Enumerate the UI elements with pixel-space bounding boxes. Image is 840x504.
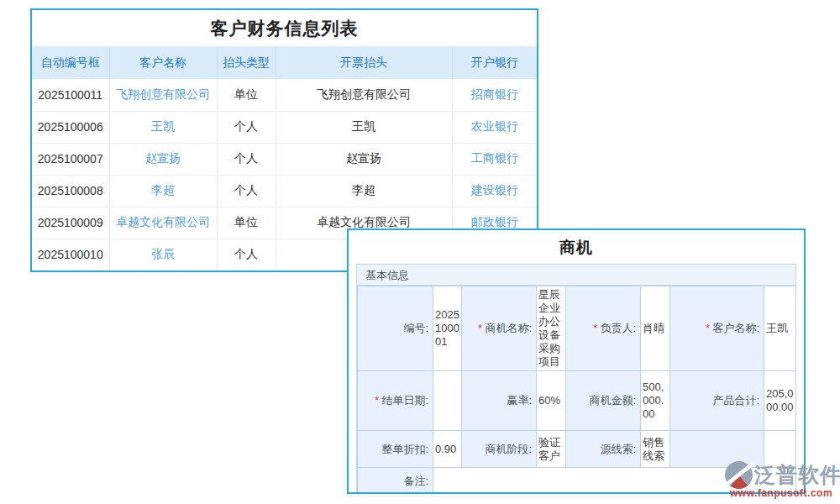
form-value-cell: 验证客户: [537, 431, 566, 468]
table-cell: 个人: [217, 111, 276, 143]
table-cell: 2025100006: [32, 111, 109, 143]
form-label-cell: 产品合计:: [670, 371, 764, 431]
customer-name-link[interactable]: 王凯: [109, 111, 217, 143]
form-row: * 结单日期:赢率:60%商机金额:500,000.00产品合计:205,000…: [358, 371, 796, 431]
form-label-cell: 商机金额:: [566, 371, 641, 431]
customer-name-link[interactable]: 赵宣扬: [109, 143, 217, 175]
table-cell: 王凯: [276, 111, 452, 143]
table-cell: 李超: [276, 175, 452, 207]
form-label-cell: * 负责人:: [566, 286, 641, 371]
table-row: 2025100007赵宣扬个人赵宣扬工商银行: [32, 143, 537, 175]
list-title: 客户财务信息列表: [32, 10, 537, 47]
desktop: 客户财务信息列表 自动编号框 客户名称 抬头类型 开票抬头 开户银行 20251…: [0, 0, 840, 504]
form-value-cell: 销售线索: [641, 431, 670, 468]
vendor-name: 泛普软件: [754, 461, 840, 489]
col-header-customer-name: 客户名称: [109, 47, 217, 79]
form-label-cell: 赢率:: [462, 371, 537, 431]
form-label-cell: * 客户名称:: [670, 286, 764, 371]
form-label-cell: * 结单日期:: [358, 371, 433, 431]
required-asterisk: *: [706, 323, 712, 334]
table-cell: 2025100011: [32, 79, 109, 111]
customer-name-link[interactable]: 李超: [109, 175, 217, 207]
col-header-bank: 开户银行: [452, 47, 537, 79]
col-header-invoice-title: 开票抬头: [276, 47, 452, 79]
table-cell: 个人: [217, 143, 276, 175]
form-row: 编号:2025100001* 商机名称:星辰企业办公设备采购项目* 负责人:肖晴…: [358, 286, 796, 371]
table-cell: 2025100007: [32, 143, 109, 175]
basic-info-box: 基本信息 编号:2025100001* 商机名称:星辰企业办公设备采购项目* 负…: [356, 264, 796, 494]
vendor-url: www.fanpusoft.com: [730, 487, 840, 499]
table-cell: 2025100008: [32, 175, 109, 207]
table-cell: 2025100010: [32, 239, 109, 270]
bank-link[interactable]: 工商银行: [452, 143, 537, 175]
form-label-cell: 编号:: [358, 286, 433, 371]
opportunity-window: 商机 基本信息 编号:2025100001* 商机名称:星辰企业办公设备采购项目…: [347, 228, 806, 494]
form-value-cell: 205,000.00: [764, 371, 796, 431]
form-value-cell: 肖晴: [641, 286, 670, 371]
col-header-title-type: 抬头类型: [217, 47, 276, 79]
customer-name-link[interactable]: 张辰: [109, 239, 217, 270]
table-cell: 个人: [217, 239, 276, 270]
table-row: 2025100008李超个人李超建设银行: [32, 175, 537, 207]
required-asterisk: *: [478, 323, 485, 334]
required-asterisk: *: [375, 395, 381, 407]
form-label-cell: * 商机名称:: [462, 286, 537, 371]
form-value-cell: 500,000.00: [641, 371, 670, 431]
table-cell: 2025100009: [32, 207, 109, 239]
form-label-cell: 商机阶段:: [462, 431, 537, 468]
table-cell: 单位: [217, 79, 276, 111]
form-value-cell: 60%: [537, 371, 566, 431]
form-label-cell: 整单折扣:: [358, 431, 433, 468]
table-header-row: 自动编号框 客户名称 抬头类型 开票抬头 开户银行: [32, 47, 537, 79]
form-label-cell: 备注:: [358, 468, 433, 495]
form-value-cell: 王凯: [764, 286, 796, 371]
table-cell: 赵宣扬: [276, 143, 452, 175]
table-cell: 飞翔创意有限公司: [276, 79, 452, 111]
table-cell: 单位: [217, 207, 276, 239]
section-basic-info: 基本信息: [357, 265, 795, 286]
bank-link[interactable]: 招商银行: [452, 79, 537, 111]
form-title: 商机: [349, 230, 804, 264]
required-asterisk: *: [593, 323, 600, 334]
customer-name-link[interactable]: 飞翔创意有限公司: [109, 79, 217, 111]
bank-link[interactable]: 建设银行: [452, 175, 537, 207]
table-cell: 个人: [217, 175, 276, 207]
table-row: 2025100011飞翔创意有限公司单位飞翔创意有限公司招商银行: [32, 79, 537, 111]
bank-link[interactable]: 农业银行: [452, 111, 537, 143]
col-header-auto-number: 自动编号框: [32, 47, 109, 79]
fanpu-logo-icon: [725, 461, 753, 489]
form-value-cell: 2025100001: [433, 286, 462, 371]
form-value-cell: 0.90: [433, 431, 462, 468]
customer-name-link[interactable]: 卓越文化有限公司: [109, 207, 217, 239]
table-row: 2025100006王凯个人王凯农业银行: [32, 111, 537, 143]
form-value-cell: 星辰企业办公设备采购项目: [537, 286, 566, 371]
vendor-watermark: 泛普软件 www.fanpusoft.com: [725, 461, 840, 499]
form-label-cell: 源线索:: [566, 431, 641, 468]
form-value-cell: [433, 371, 462, 431]
